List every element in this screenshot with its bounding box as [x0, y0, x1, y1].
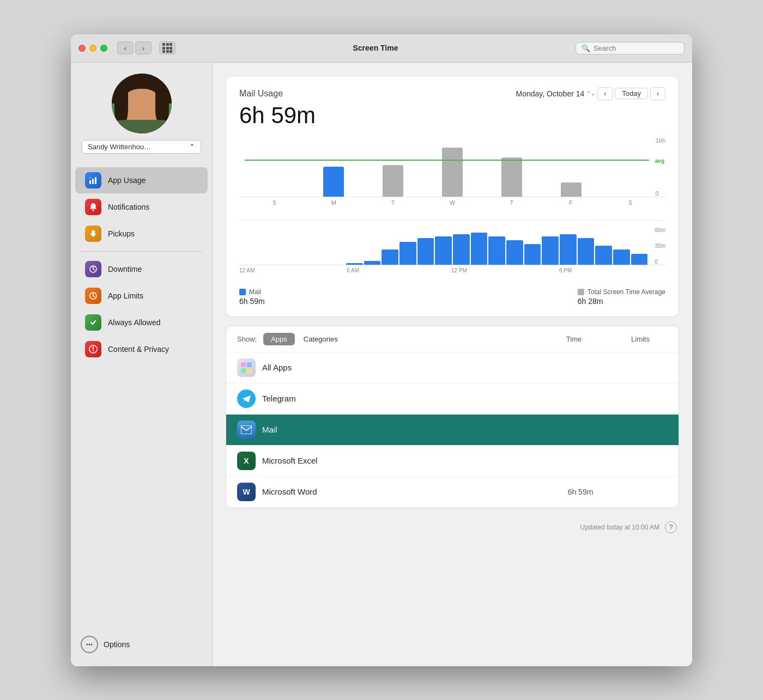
- day-t2: T: [482, 199, 541, 206]
- legend-mail: Mail 6h 59m: [239, 288, 265, 306]
- svg-point-13: [91, 643, 93, 645]
- chart-header: Mail Usage Monday, October 14 ⌃⌄ ‹ Today…: [239, 87, 665, 100]
- search-input[interactable]: [594, 44, 679, 52]
- app-list-section: Show: Apps Categories Time Limits: [226, 326, 679, 508]
- weekly-chart-inner: avg: [239, 137, 665, 197]
- day-w: W: [423, 199, 482, 206]
- svg-point-12: [89, 643, 90, 645]
- sidebar-item-notifications[interactable]: Notifications: [75, 194, 208, 220]
- sidebar-item-label: Always Allowed: [108, 318, 161, 327]
- bar-group-t2: [482, 137, 541, 197]
- app-row-mail[interactable]: Mail: [226, 415, 679, 446]
- main-window: ‹ › Screen Time 🔍: [71, 34, 692, 666]
- prev-date-button[interactable]: ‹: [597, 87, 613, 100]
- sidebar-item-always-allowed[interactable]: Always Allowed: [75, 309, 208, 336]
- legend-mail-dot: [239, 289, 246, 295]
- weekly-chart: avg: [239, 137, 665, 214]
- legend-mail-value: 6h 59m: [239, 297, 265, 306]
- search-bar[interactable]: 🔍: [576, 42, 685, 54]
- date-chevron[interactable]: ⌃⌄: [586, 90, 595, 96]
- tab-apps[interactable]: Apps: [263, 333, 295, 345]
- excel-icon: X: [237, 452, 256, 470]
- grid-icon: [162, 43, 172, 53]
- day-m: M: [304, 199, 364, 206]
- options-icon: [81, 636, 98, 653]
- grid-view-button[interactable]: [159, 41, 175, 54]
- avatar: [112, 74, 172, 133]
- col-limits-header: Limits: [613, 335, 668, 343]
- always-allowed-icon: [85, 314, 101, 331]
- sidebar-item-label: Content & Privacy: [108, 345, 169, 354]
- mail-icon: [237, 421, 256, 439]
- svg-rect-14: [241, 362, 246, 367]
- bar-group-s2: [601, 137, 660, 197]
- telegram-icon: [237, 389, 256, 408]
- sidebar: Sandy Writtenhou… ⌃ App Usage: [71, 63, 213, 666]
- window-title: Screen Time: [181, 44, 570, 52]
- legend-avg-row: Total Screen Time Average: [578, 288, 665, 296]
- chart-legend: Mail 6h 59m Total Screen Time Average 6h…: [239, 288, 665, 306]
- show-header: Show: Apps Categories Time Limits: [226, 326, 679, 352]
- svg-point-10: [93, 350, 94, 351]
- minimize-button[interactable]: [89, 45, 96, 52]
- app-name-all-apps: All Apps: [262, 363, 548, 372]
- hour-labels: 12 AM 6 AM 12 PM 6 PM .: [239, 267, 665, 273]
- panel-footer: Updated today at 10:00 AM ?: [226, 517, 679, 533]
- back-button[interactable]: ‹: [117, 41, 134, 54]
- close-button[interactable]: [78, 45, 86, 52]
- chart-card: Mail Usage Monday, October 14 ⌃⌄ ‹ Today…: [226, 76, 679, 317]
- legend-mail-row: Mail: [239, 288, 265, 296]
- app-name-telegram: Telegram: [262, 394, 548, 403]
- date-nav: Monday, October 14 ⌃⌄ ‹ Today ›: [516, 87, 665, 100]
- forward-button[interactable]: ›: [135, 41, 152, 54]
- hour-label-12pm: 12 PM: [451, 267, 467, 273]
- chart-divider: [239, 220, 665, 221]
- app-row-microsoft-excel[interactable]: X Microsoft Excel: [226, 446, 679, 477]
- show-tabs: Apps Categories: [263, 333, 346, 345]
- sidebar-item-label: Notifications: [108, 203, 149, 211]
- right-panel: Mail Usage Monday, October 14 ⌃⌄ ‹ Today…: [213, 63, 692, 666]
- legend-avg-label: Total Screen Time Average: [588, 288, 665, 296]
- day-f: F: [541, 199, 601, 206]
- hourly-chart: 60m 30m 0 12 AM 6 AM 12 PM 6 PM .: [239, 227, 665, 282]
- next-date-button[interactable]: ›: [650, 87, 665, 100]
- bar-group-s: [245, 137, 304, 197]
- help-button[interactable]: ?: [665, 521, 677, 533]
- chart-title: Mail Usage: [239, 89, 283, 99]
- sidebar-footer: Options: [71, 626, 212, 666]
- today-button[interactable]: Today: [615, 88, 648, 99]
- app-row-all-apps[interactable]: All Apps: [226, 352, 679, 384]
- app-row-microsoft-word[interactable]: W Microsoft Word 6h 59m: [226, 477, 679, 508]
- app-time-word: 6h 59m: [548, 488, 613, 496]
- app-row-telegram[interactable]: Telegram: [226, 384, 679, 415]
- user-chevron: ⌃: [189, 143, 195, 151]
- svg-rect-1: [92, 179, 94, 184]
- app-usage-icon: [85, 172, 101, 188]
- fullscreen-button[interactable]: [100, 45, 107, 52]
- user-selector[interactable]: Sandy Writtenhou… ⌃: [82, 140, 201, 154]
- nav-divider: [81, 251, 202, 252]
- app-limits-icon: [85, 288, 101, 304]
- legend-mail-label: Mail: [249, 288, 261, 296]
- date-label: Monday, October 14 ⌃⌄: [516, 89, 595, 98]
- traffic-lights: [78, 45, 107, 52]
- day-s2: S: [601, 199, 660, 206]
- main-content: Sandy Writtenhou… ⌃ App Usage: [71, 63, 692, 666]
- svg-point-11: [87, 643, 88, 645]
- hour-label-6pm: 6 PM: [559, 267, 572, 273]
- legend-avg: Total Screen Time Average 6h 28m: [578, 288, 665, 306]
- user-section: Sandy Writtenhou… ⌃: [71, 74, 212, 165]
- search-icon: 🔍: [582, 44, 590, 52]
- bar-group-t1: [364, 137, 423, 197]
- sidebar-item-downtime[interactable]: Downtime: [75, 256, 208, 282]
- sidebar-item-label: App Usage: [108, 176, 146, 185]
- sidebar-item-label: Pickups: [108, 229, 135, 238]
- nav-buttons: ‹ ›: [117, 41, 152, 54]
- all-apps-icon: [237, 358, 256, 377]
- sidebar-item-app-limits[interactable]: App Limits: [75, 283, 208, 309]
- sidebar-item-app-usage[interactable]: App Usage: [75, 167, 208, 193]
- options-item[interactable]: Options: [81, 632, 202, 656]
- sidebar-item-pickups[interactable]: Pickups: [75, 221, 208, 247]
- sidebar-item-content-privacy[interactable]: Content & Privacy: [75, 336, 208, 362]
- tab-categories[interactable]: Categories: [296, 333, 346, 345]
